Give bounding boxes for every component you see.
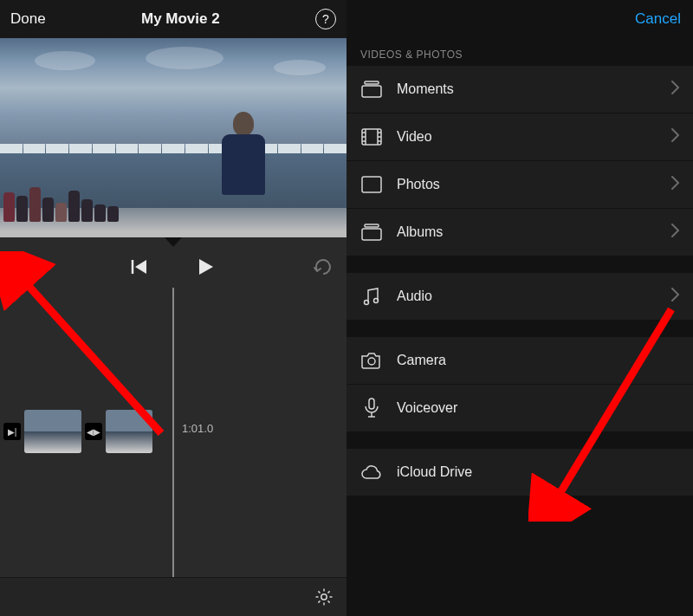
timecode-label: 1:01.0	[182, 422, 213, 435]
chevron-right-icon	[671, 176, 679, 193]
menu-group-capture: Camera Voiceover	[346, 337, 693, 431]
project-title: My Movie 2	[141, 10, 220, 28]
playhead-line	[173, 288, 174, 577]
play-button[interactable]	[198, 258, 214, 279]
clip-2[interactable]	[106, 410, 152, 453]
menu-label: Photos	[397, 177, 671, 192]
menu-label: Audio	[397, 289, 671, 304]
menu-item-photos[interactable]: Photos	[346, 161, 693, 209]
menu-label: Camera	[397, 353, 679, 368]
menu-label: Moments	[397, 81, 671, 97]
chevron-right-icon	[671, 224, 679, 241]
section-label-videos-photos: VIDEOS & PHOTOS	[346, 38, 693, 66]
clip-strip: ▶| ◀▶	[0, 409, 152, 454]
preview-crowd	[0, 183, 159, 222]
menu-group-audio: Audio	[346, 273, 693, 320]
menu-item-audio[interactable]: Audio	[346, 273, 693, 320]
svg-rect-6	[362, 229, 381, 240]
media-import-panel: Cancel VIDEOS & PHOTOS Moments Video	[346, 0, 693, 616]
menu-label: Voiceover	[397, 400, 679, 416]
previous-button[interactable]	[131, 259, 148, 278]
menu-item-voiceover[interactable]: Voiceover	[346, 385, 693, 431]
menu-item-albums[interactable]: Albums	[346, 209, 693, 256]
albums-icon	[360, 223, 383, 242]
transition-marker-start[interactable]: ▶|	[3, 423, 21, 440]
svg-rect-2	[362, 86, 381, 97]
preview-frame	[0, 38, 346, 237]
svg-point-0	[321, 594, 327, 600]
cloud-icon	[360, 463, 383, 482]
chevron-right-icon	[671, 128, 679, 146]
preview-person	[219, 112, 267, 207]
menu-group-media: Moments Video Photos	[346, 66, 693, 256]
video-icon	[360, 127, 383, 146]
photos-icon	[360, 175, 383, 194]
menu-label: iCloud Drive	[397, 464, 679, 480]
undo-button[interactable]	[314, 258, 334, 279]
transition-marker-mid[interactable]: ◀▶	[85, 423, 102, 440]
menu-group-storage: iCloud Drive	[346, 449, 693, 496]
menu-label: Video	[397, 129, 671, 145]
help-button[interactable]: ?	[315, 9, 336, 29]
import-header: Cancel	[346, 0, 693, 38]
video-preview[interactable]	[0, 38, 346, 237]
svg-rect-1	[365, 81, 379, 84]
playhead-notch-row	[0, 237, 346, 250]
playback-controls	[0, 250, 346, 288]
svg-rect-4	[362, 177, 381, 192]
menu-label: Albums	[397, 224, 671, 240]
audio-icon	[360, 287, 383, 306]
menu-item-video[interactable]: Video	[346, 113, 693, 161]
menu-item-camera[interactable]: Camera	[346, 337, 693, 385]
imovie-editor-panel: Done My Movie 2 ?	[0, 0, 346, 616]
settings-button[interactable]	[314, 587, 334, 607]
cancel-button[interactable]: Cancel	[635, 10, 681, 28]
svg-point-8	[374, 299, 379, 303]
editor-header: Done My Movie 2 ?	[0, 0, 346, 38]
camera-icon	[360, 351, 383, 370]
add-media-button[interactable]	[12, 257, 31, 280]
svg-rect-10	[369, 399, 374, 409]
microphone-icon	[360, 399, 383, 418]
chevron-right-icon	[671, 288, 679, 305]
chevron-right-icon	[671, 81, 679, 98]
menu-item-moments[interactable]: Moments	[346, 66, 693, 113]
editor-bottom-bar	[0, 577, 346, 616]
clip-1[interactable]	[24, 410, 81, 453]
done-button[interactable]: Done	[10, 10, 46, 28]
moments-icon	[360, 80, 383, 99]
playhead-notch	[165, 237, 182, 247]
svg-point-7	[365, 301, 369, 305]
timeline[interactable]: ▶| ◀▶ 1:01.0	[0, 288, 346, 577]
svg-point-9	[368, 358, 375, 365]
svg-rect-5	[365, 224, 379, 227]
menu-item-icloud-drive[interactable]: iCloud Drive	[346, 449, 693, 496]
